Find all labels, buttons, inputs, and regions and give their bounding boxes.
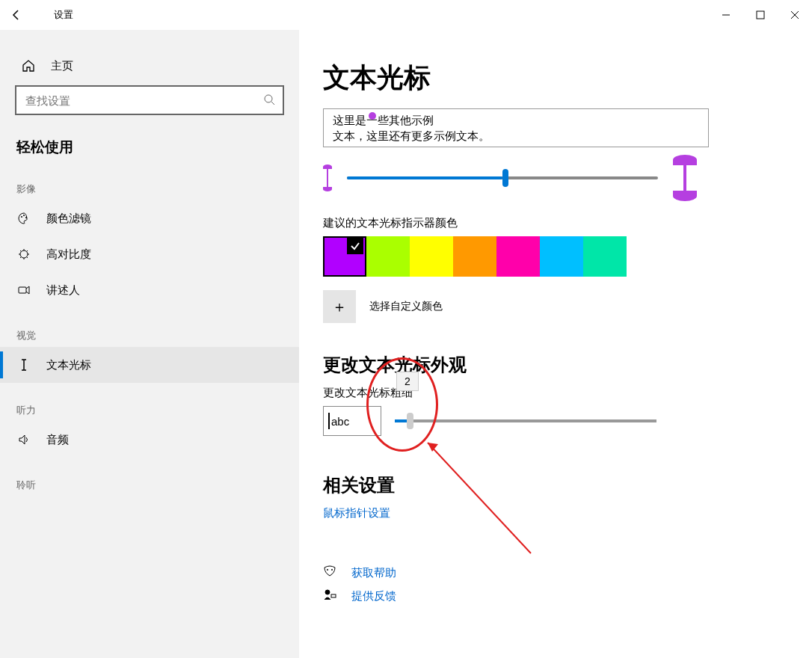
- mouse-pointer-settings-link[interactable]: 鼠标指针设置: [323, 506, 778, 520]
- svg-rect-8: [19, 287, 26, 293]
- contrast-icon: [16, 247, 31, 262]
- palette-icon: [16, 211, 31, 226]
- feedback-label: 提供反馈: [351, 589, 396, 603]
- group-label-hearing: 听力: [0, 383, 299, 422]
- indicator-size-row: [323, 155, 697, 201]
- section-title: 轻松使用: [0, 129, 299, 162]
- check-icon: [347, 238, 363, 254]
- svg-point-11: [325, 590, 330, 594]
- thickness-slider[interactable]: [395, 419, 656, 422]
- svg-point-9: [327, 569, 328, 571]
- color-swatch[interactable]: [453, 236, 496, 277]
- cursor-indicator-large-icon: [673, 155, 697, 201]
- svg-line-3: [271, 102, 274, 105]
- sidebar: 主页 轻松使用 影像 颜色滤镜 高对比度: [0, 30, 299, 658]
- color-swatch[interactable]: [540, 236, 583, 277]
- maximize-button[interactable]: [743, 0, 778, 30]
- indicator-sample-box: 这里是一些其他示例 文本，这里还有更多示例文本。: [323, 108, 709, 147]
- titlebar: 设置: [0, 0, 812, 30]
- home-label: 主页: [51, 59, 73, 73]
- give-feedback-link[interactable]: 提供反馈: [323, 588, 778, 604]
- app-title: 设置: [54, 8, 73, 22]
- custom-color-row[interactable]: ＋ 选择自定义颜色: [323, 290, 778, 323]
- menu-label: 讲述人: [46, 283, 80, 298]
- minimize-button[interactable]: [709, 0, 743, 30]
- menu-label: 音频: [46, 433, 69, 447]
- page-title: 文本光标: [323, 60, 778, 96]
- svg-point-5: [23, 215, 25, 216]
- plus-icon: ＋: [332, 297, 347, 317]
- thickness-tooltip: 2: [396, 372, 419, 391]
- search-input[interactable]: [24, 93, 263, 108]
- svg-point-10: [331, 569, 333, 571]
- sidebar-item-narrator[interactable]: 讲述人: [0, 272, 299, 308]
- feedback-icon: [323, 588, 338, 604]
- sidebar-item-text-cursor[interactable]: 文本光标: [0, 347, 299, 383]
- cursor-indicator-dot: [369, 112, 376, 120]
- svg-rect-1: [757, 11, 764, 19]
- back-button[interactable]: [9, 7, 24, 22]
- indicator-size-slider[interactable]: [347, 176, 658, 179]
- search-box[interactable]: [15, 85, 284, 115]
- color-swatch[interactable]: [366, 236, 410, 277]
- color-swatch[interactable]: [583, 236, 627, 277]
- help-label: 获取帮助: [351, 566, 396, 580]
- annotation-arrow: [419, 434, 553, 568]
- appearance-heading: 更改文本光标外观: [323, 353, 778, 377]
- svg-marker-14: [428, 443, 438, 452]
- get-help-link[interactable]: 获取帮助: [323, 565, 778, 581]
- sidebar-item-high-contrast[interactable]: 高对比度: [0, 236, 299, 272]
- svg-point-2: [265, 95, 272, 102]
- text-cursor-icon: [16, 357, 31, 372]
- menu-label: 文本光标: [46, 358, 91, 372]
- color-swatches: [323, 236, 778, 277]
- thickness-label: 更改文本光标粗细: [323, 386, 778, 400]
- svg-rect-12: [331, 594, 336, 597]
- narrator-icon: [16, 283, 31, 298]
- svg-point-6: [25, 217, 27, 218]
- content-area: 文本光标 这里是一些其他示例 文本，这里还有更多示例文本。 建议的文本光标指示器…: [299, 30, 812, 658]
- sample-text-line: 文本，这里还有更多示例文本。: [333, 128, 699, 144]
- sidebar-item-color-filter[interactable]: 颜色滤镜: [0, 200, 299, 236]
- sidebar-item-audio[interactable]: 音频: [0, 422, 299, 458]
- menu-label: 颜色滤镜: [46, 212, 91, 226]
- cursor-indicator-small-icon: [323, 164, 332, 191]
- svg-point-4: [21, 216, 22, 218]
- related-heading: 相关设置: [323, 473, 778, 497]
- color-swatch[interactable]: [410, 236, 453, 277]
- sample-text-line: 这里是一些其他示例: [333, 112, 699, 128]
- home-button[interactable]: 主页: [0, 52, 299, 85]
- svg-line-13: [428, 443, 531, 553]
- group-label-visual: 视觉: [0, 308, 299, 347]
- audio-icon: [16, 432, 31, 447]
- menu-label: 高对比度: [46, 247, 91, 262]
- add-custom-color-button[interactable]: ＋: [323, 290, 356, 323]
- caret-line-icon: [328, 413, 330, 429]
- thickness-sample-text: abc: [331, 415, 349, 428]
- help-icon: [323, 565, 338, 581]
- thickness-sample-box: abc: [323, 406, 381, 436]
- custom-color-label: 选择自定义颜色: [369, 300, 443, 313]
- color-heading: 建议的文本光标指示器颜色: [323, 216, 778, 230]
- color-swatch[interactable]: [496, 236, 540, 277]
- search-icon: [263, 93, 275, 108]
- group-label-image: 影像: [0, 162, 299, 200]
- close-button[interactable]: [778, 0, 812, 30]
- group-label-listen: 聆听: [0, 458, 299, 496]
- home-icon: [21, 58, 36, 73]
- color-swatch[interactable]: [323, 236, 366, 277]
